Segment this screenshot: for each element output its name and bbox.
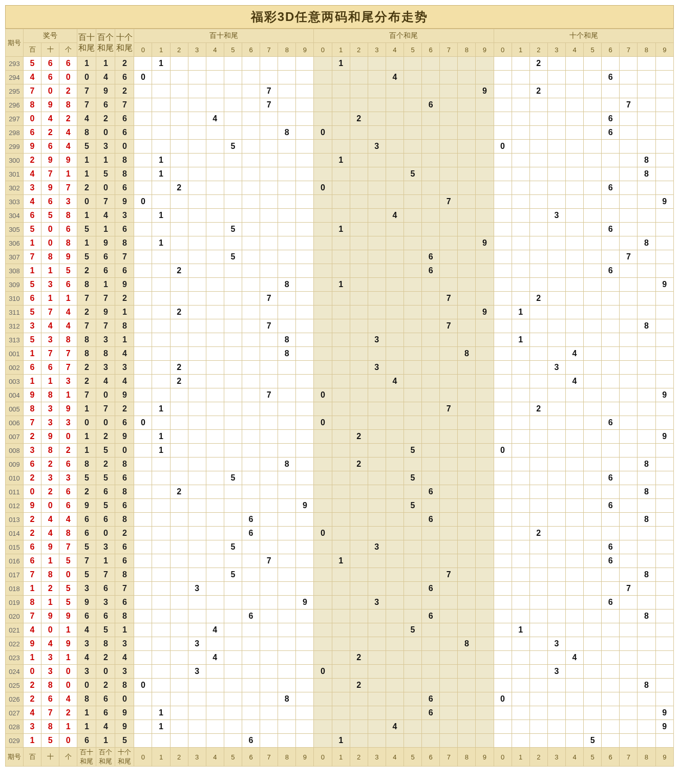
table-row: 011026268268 — [6, 485, 674, 499]
table-row: 302397206206 — [6, 181, 674, 195]
table-row: 304658143143 — [6, 209, 674, 223]
hdr-digit: 6 — [422, 43, 440, 57]
table-row: 305506516516 — [6, 223, 674, 236]
table-row: 027472169169 — [6, 706, 674, 720]
table-row: 301471158158 — [6, 167, 674, 181]
table-row: 303463079079 — [6, 195, 674, 209]
table-row: 001177884884 — [6, 347, 674, 361]
table-row: 013244668668 — [6, 513, 674, 527]
hdr-digit: 1 — [512, 43, 529, 57]
table-row: 014248602602 — [6, 527, 674, 540]
table-row: 298624806806 — [6, 126, 674, 140]
table-row: 028381149149 — [6, 720, 674, 734]
table-row: 010233556556 — [6, 471, 674, 485]
table-row: 002667233233 — [6, 361, 674, 375]
hdr-sum-1: 百个和尾 — [96, 29, 115, 57]
table-row: 016615716716 — [6, 554, 674, 568]
hdr-digit: 4 — [206, 43, 224, 57]
table-row: 021401451451 — [6, 623, 674, 637]
table-row: 295702792792 — [6, 84, 674, 98]
table-row: 017780578578 — [6, 568, 674, 582]
table-row: 299964530530 — [6, 140, 674, 154]
hdr-digit: 4 — [386, 43, 404, 57]
hdr-digit: 5 — [224, 43, 242, 57]
hdr-digit: 8 — [458, 43, 476, 57]
table-row: 310611772772 — [6, 292, 674, 306]
table-row: 015697536536 — [6, 540, 674, 554]
table-row: 293566112112 — [6, 57, 674, 71]
hdr-digit: 7 — [440, 43, 458, 57]
table-row: 309536819819 — [6, 278, 674, 292]
table-row: 300299118118 — [6, 154, 674, 167]
table-row: 306108198198 — [6, 236, 674, 250]
table-row: 307789567567 — [6, 250, 674, 264]
hdr-digit: 2 — [350, 43, 368, 57]
table-row: 297042426426 — [6, 112, 674, 126]
table-row: 012906956956 — [6, 499, 674, 513]
table-row: 029150615615 — [6, 734, 674, 748]
table-row: 311574291291 — [6, 306, 674, 319]
hdr-numcol: 个 — [59, 43, 77, 57]
table-row: 005839172172 — [6, 402, 674, 416]
hdr-sum-2: 十个和尾 — [115, 29, 134, 57]
table-row: 308115266266 — [6, 264, 674, 278]
hdr-sum-0: 百十和尾 — [77, 29, 96, 57]
table-row: 007290129129 — [6, 430, 674, 444]
hdr-group-0: 百十和尾 — [134, 29, 314, 43]
hdr-digit: 1 — [332, 43, 350, 57]
hdr-digit: 3 — [188, 43, 206, 57]
table-row: 313538831831 — [6, 333, 674, 347]
hdr-digit: 5 — [404, 43, 421, 57]
hdr-digit: 0 — [314, 43, 332, 57]
hdr-digit: 8 — [278, 43, 296, 57]
table-row: 294460046046 — [6, 71, 674, 84]
hdr-digit: 9 — [655, 43, 674, 57]
page-title: 福彩3D任意两码和尾分布走势 — [5, 5, 674, 29]
hdr-numcol: 十 — [41, 43, 59, 57]
table-row: 004981709709 — [6, 388, 674, 402]
hdr-digit: 9 — [476, 43, 494, 57]
hdr-digit: 7 — [260, 43, 278, 57]
hdr-digit: 0 — [134, 43, 152, 57]
hdr-group-1: 百个和尾 — [314, 29, 494, 43]
hdr-digit: 2 — [170, 43, 188, 57]
hdr-digit: 6 — [602, 43, 620, 57]
table-row: 020799668668 — [6, 609, 674, 623]
hdr-group-2: 十个和尾 — [494, 29, 673, 43]
table-row: 008382150150 — [6, 444, 674, 458]
hdr-digit: 8 — [638, 43, 655, 57]
hdr-digit: 1 — [152, 43, 170, 57]
table-row: 025280028028 — [6, 679, 674, 692]
hdr-period: 期号 — [6, 29, 24, 57]
table-row: 019815936936 — [6, 596, 674, 609]
hdr-digit: 7 — [620, 43, 638, 57]
hdr-digit: 3 — [368, 43, 386, 57]
table-row: 009626828828 — [6, 458, 674, 471]
hdr-digit: 4 — [565, 43, 583, 57]
table-row: 018125367367 — [6, 582, 674, 596]
hdr-digit: 2 — [529, 43, 547, 57]
table-row: 026264860860 — [6, 692, 674, 706]
hdr-digit: 9 — [296, 43, 314, 57]
table-row: 022949383383 — [6, 637, 674, 651]
hdr-numcol: 百 — [24, 43, 41, 57]
trend-table: 期号 奖号 百十和尾 百个和尾 十个和尾 百十和尾 百个和尾 十个和尾 百十个0… — [5, 29, 674, 767]
table-row: 312344778778 — [6, 319, 674, 333]
hdr-digit: 6 — [242, 43, 260, 57]
hdr-nums: 奖号 — [24, 29, 77, 43]
table-row: 003113244244 — [6, 375, 674, 388]
hdr-digit: 0 — [494, 43, 512, 57]
hdr-digit: 3 — [547, 43, 565, 57]
table-row: 006733006006 — [6, 416, 674, 430]
table-row: 296898767767 — [6, 98, 674, 112]
table-row: 023131424424 — [6, 651, 674, 665]
hdr-digit: 5 — [584, 43, 602, 57]
table-row: 024030303303 — [6, 665, 674, 679]
